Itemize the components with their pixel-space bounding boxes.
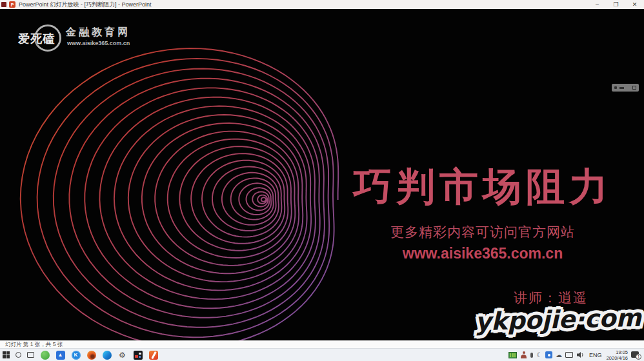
toolbar-stop-icon[interactable]	[632, 86, 636, 90]
slide-canvas[interactable]: 爱死磕 金融教育网 www.aisike365.com.cn 巧判市场阻力 更多…	[0, 9, 644, 340]
taskbar-app-edge-icon[interactable]	[102, 350, 112, 360]
taskbar-app-video-icon[interactable]	[133, 350, 143, 360]
window-controls: – ❐ ✕	[588, 0, 644, 9]
slide-website: www.aisike365.com.cn	[342, 245, 623, 262]
system-tray: ☾ ☁ ENG 19:05 2020/4/16 1	[508, 349, 641, 361]
tray-person-icon[interactable]	[520, 351, 527, 358]
restore-button[interactable]: ❐	[607, 0, 625, 9]
clock-date: 2020/4/16	[607, 355, 628, 361]
clock-time: 19:05	[607, 349, 628, 355]
window-title: PowerPoint 幻灯片放映 - [巧判断阻力] - PowerPoint	[19, 1, 152, 9]
toolbar-dash-icon[interactable]	[619, 87, 624, 89]
action-center-icon[interactable]: 1	[631, 351, 641, 360]
tray-cloud-icon[interactable]: ☁	[556, 352, 562, 358]
watermark: ykpojie·com	[475, 304, 642, 337]
taskbar-app-green-icon[interactable]	[40, 350, 50, 360]
start-button[interactable]	[3, 351, 10, 358]
task-view-icon[interactable]	[27, 352, 34, 358]
tray-display-icon[interactable]	[565, 352, 573, 358]
slide-subtitle: 更多精彩内容可访问官方网站	[342, 223, 623, 241]
slide-counter: 幻灯片 第 1 张，共 5 张	[5, 341, 63, 349]
tray-microphone-icon[interactable]	[530, 353, 533, 358]
logo-site-url: www.aisike365.com.cn	[67, 40, 130, 46]
taskbar-app-k-icon[interactable]: K	[71, 350, 81, 360]
toolbar-dot-icon[interactable]	[614, 86, 617, 89]
taskbar-clock[interactable]: 19:05 2020/4/16	[607, 349, 628, 361]
taskbar-app-red-icon[interactable]	[148, 350, 158, 360]
slide-title: 巧判市场阻力	[342, 161, 623, 213]
taskbar: ▲ K ⚙ ☾ ☁ ENG 19:05 2020/4/1	[0, 348, 644, 361]
tray-blue-app-icon[interactable]	[545, 351, 552, 358]
taskbar-app-orange-icon[interactable]	[86, 350, 96, 360]
floating-toolbar[interactable]	[612, 84, 639, 92]
slideshow-icon	[1, 2, 6, 7]
tray-moon-icon[interactable]: ☾	[536, 352, 542, 358]
slide-lecturer: 讲师：逍遥	[514, 289, 588, 307]
tray-volume-icon[interactable]	[576, 351, 585, 358]
taskbar-settings-icon[interactable]: ⚙	[117, 350, 127, 360]
close-button[interactable]: ✕	[625, 0, 644, 9]
window-titlebar: P PowerPoint 幻灯片放映 - [巧判断阻力] - PowerPoin…	[0, 0, 644, 9]
input-language-indicator[interactable]: ENG	[588, 352, 603, 358]
screen: P PowerPoint 幻灯片放映 - [巧判断阻力] - PowerPoin…	[0, 0, 644, 361]
status-bar: 幻灯片 第 1 张，共 5 张	[0, 340, 644, 348]
search-icon[interactable]	[15, 352, 21, 358]
logo-site-name: 金融教育网	[66, 26, 130, 39]
notification-badge: 1	[636, 354, 641, 360]
taskbar-app-blue-square-icon[interactable]: ▲	[55, 350, 65, 360]
logo-badge-text: 爱死磕	[18, 31, 55, 46]
powerpoint-icon: P	[9, 1, 15, 8]
site-logo: 爱死磕 金融教育网 www.aisike365.com.cn	[18, 24, 134, 58]
minimize-button[interactable]: –	[588, 0, 607, 9]
tray-green-card-icon[interactable]	[508, 352, 517, 358]
